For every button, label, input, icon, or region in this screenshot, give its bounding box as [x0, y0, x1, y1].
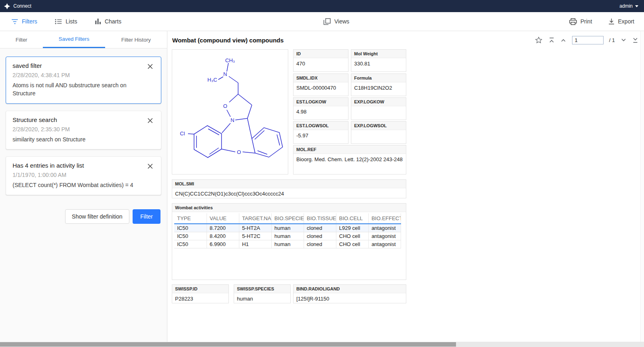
- saved-filter-card[interactable]: saved filter 2/28/2020, 4:38:41 PM Atoms…: [6, 57, 161, 104]
- close-icon[interactable]: [146, 162, 154, 172]
- field-value: [125I]R-91150: [293, 293, 406, 303]
- cell: human: [271, 224, 304, 232]
- cell: human: [271, 232, 304, 240]
- close-icon[interactable]: [146, 62, 154, 72]
- field-label: Formula: [351, 74, 406, 82]
- field-value: human: [234, 293, 290, 303]
- record-pager: / 1: [534, 31, 638, 49]
- atom-label-n: N: [223, 71, 227, 77]
- tab-filters[interactable]: Filters: [11, 18, 37, 25]
- cell: H1: [239, 240, 271, 248]
- field-value: CN(C)CC1CC2N(O1)c3cc(Cl)ccc3Oc4ccccc24: [172, 188, 406, 198]
- print-label: Print: [581, 18, 592, 25]
- filter-funnel-icon: [11, 19, 18, 24]
- cell: IC50: [174, 232, 207, 240]
- tab-saved-filters[interactable]: Saved Filters: [43, 31, 105, 48]
- saved-filters-list: saved filter 2/28/2020, 4:38:41 PM Atoms…: [0, 48, 167, 195]
- tab-lists[interactable]: Lists: [55, 18, 77, 25]
- previous-record-button[interactable]: [560, 37, 566, 43]
- field-bind-radioligand: BIND.RADIOLIGAND [125I]R-91150: [293, 284, 406, 303]
- sidebar-actions: Show filter definition Filter: [0, 202, 167, 224]
- field-label: EST.LOGWSOL: [293, 122, 348, 130]
- column-header-type[interactable]: TYPE: [174, 213, 207, 224]
- show-filter-definition-button[interactable]: Show filter definition: [65, 209, 129, 224]
- last-record-button[interactable]: [632, 37, 638, 43]
- print-button[interactable]: Print: [569, 18, 592, 25]
- horizontal-scrollbar[interactable]: [0, 342, 644, 347]
- column-header-bio-species[interactable]: BIO.SPECIE: [271, 213, 304, 224]
- compound-view-panel: Wombat (compound view) compounds / 1: [167, 31, 644, 342]
- saved-filter-card[interactable]: Structure search 2/28/2020, 2:35:30 PM s…: [6, 111, 161, 149]
- field-value: C18H19ClN2O2: [351, 82, 406, 94]
- field-formula: Formula C18H19ClN2O2: [351, 74, 406, 96]
- atom-label-o: O: [223, 103, 227, 109]
- scroll-to-top-icon: [549, 37, 555, 43]
- next-record-button[interactable]: [621, 37, 627, 43]
- field-exp-logkow: EXP.LOGKOW: [351, 97, 406, 120]
- field-smdl-idx: SMDL.IDX SMDL-00000470: [293, 74, 348, 96]
- filter-card-title: Structure search: [13, 116, 143, 123]
- filter-button[interactable]: Filter: [133, 209, 160, 224]
- toolbar-right-group: Print Export: [569, 12, 634, 31]
- first-record-button[interactable]: [549, 37, 555, 43]
- close-icon[interactable]: [146, 116, 154, 126]
- toolbar-left-group: Filters Lists Charts: [11, 12, 121, 31]
- filters-sidebar: Filter Saved Filters Filter History save…: [0, 31, 167, 342]
- filter-card-timestamp: 1/1/1970, 1:00:00 AM: [13, 172, 143, 178]
- atom-label-h3c: H₃C: [207, 77, 217, 83]
- field-value: 470: [293, 58, 348, 69]
- tab-filter[interactable]: Filter: [0, 31, 43, 48]
- cell: cloned: [304, 224, 336, 232]
- export-button[interactable]: Export: [608, 18, 634, 25]
- table-row[interactable]: IC50 8.7200 5-HT2A human cloned L929 cel…: [174, 224, 401, 232]
- cell: cloned: [304, 240, 336, 248]
- field-est-logwsol: EST.LOGWSOL -5.97: [293, 121, 348, 144]
- main-toolbar: Filters Lists Charts Views Print Export: [0, 12, 644, 31]
- column-header-bio-effect[interactable]: BIO.EFFECT: [368, 213, 401, 224]
- tab-filters-label: Filters: [22, 18, 37, 25]
- field-est-logkow: EST.LOGKOW 4.98: [293, 97, 348, 120]
- bar-chart-icon: [95, 19, 101, 24]
- vertical-scrollbar[interactable]: [640, 31, 644, 342]
- views-button[interactable]: Views: [323, 18, 349, 25]
- field-exp-logwsol: EXP.LOGWSOL: [351, 121, 406, 144]
- activities-panel-label: Wombat activities: [172, 204, 406, 212]
- horizontal-scrollbar-thumb[interactable]: [0, 342, 456, 347]
- cell: IC50: [174, 240, 207, 248]
- cell: CHO cell: [336, 232, 368, 240]
- cell: human: [271, 240, 304, 248]
- field-value: [351, 130, 406, 134]
- page-title: Wombat (compound view) compounds: [172, 31, 284, 49]
- cell: antagonist: [368, 240, 401, 248]
- field-label: BIND.RADIOLIGAND: [293, 285, 406, 293]
- tab-charts[interactable]: Charts: [95, 18, 121, 25]
- tab-filter-history[interactable]: Filter History: [105, 31, 167, 48]
- field-swissp-species: SWISSP.SPECIES human: [234, 284, 291, 303]
- cell: cloned: [304, 232, 336, 240]
- page-number-input[interactable]: [572, 36, 604, 44]
- tab-lists-label: Lists: [65, 18, 77, 25]
- favorite-star-button[interactable]: [534, 36, 543, 44]
- column-header-value[interactable]: VALUE: [207, 213, 239, 224]
- views-label: Views: [334, 18, 349, 25]
- field-mol-weight: Mol Weight 330.81: [351, 49, 406, 72]
- column-header-target[interactable]: TARGET.NA: [239, 213, 271, 224]
- structure-panel: CH₃ N H₃C O N Cl O: [172, 49, 288, 175]
- activities-panel: Wombat activities TYPE VALUE TARGET.NA B…: [172, 203, 406, 280]
- user-menu[interactable]: admin: [619, 3, 638, 9]
- printer-icon: [569, 18, 577, 25]
- filter-card-title: Has 4 entries in activity list: [13, 162, 143, 169]
- field-label: EST.LOGKOW: [293, 98, 348, 106]
- field-label: Mol Weight: [351, 50, 406, 58]
- export-label: Export: [618, 18, 634, 25]
- field-label: MOL.REF: [293, 145, 406, 154]
- molecule-structure: CH₃ N H₃C O N Cl O: [172, 50, 288, 174]
- cell: L929 cell: [336, 224, 368, 232]
- column-header-bio-cell[interactable]: BIO.CELL: [336, 213, 368, 224]
- cell: 6.9900: [207, 240, 239, 248]
- saved-filter-card[interactable]: Has 4 entries in activity list 1/1/1970,…: [6, 156, 161, 195]
- cell: 5-HT2A: [239, 224, 271, 232]
- table-row[interactable]: IC50 8.4200 5-HT2C human cloned CHO cell…: [174, 232, 401, 240]
- table-row[interactable]: IC50 6.9900 H1 human cloned CHO cell ant…: [174, 240, 401, 248]
- column-header-bio-tissue[interactable]: BIO.TISSUE: [304, 213, 336, 224]
